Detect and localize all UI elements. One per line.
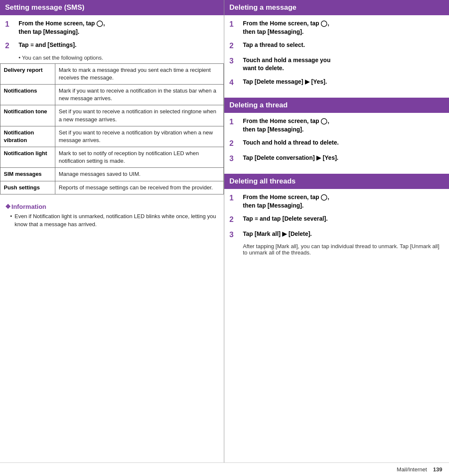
del-all-num-1: 1 [229,193,241,203]
left-column: Setting message (SMS) 1 From the Home sc… [0,0,224,462]
table-key-push: Push settings [0,181,55,194]
del-all-step-3: 3 Tap [Mark all] ▶ [Delete]. [224,228,449,241]
del-all-text-1: From the Home screen, tap ◯,then tap [Me… [243,193,329,210]
del-all-num-2: 2 [229,215,241,224]
table-row-notifications: Notifications Mark if you want to receiv… [0,85,223,105]
table-val-sim: Manage messages saved to UIM. [55,168,223,181]
del-all-sub: After tapping [Mark all], you can tap in… [224,243,449,258]
step-text-1: From the Home screen, tap ◯,then tap [Me… [19,19,105,36]
table-val-push: Reports of message settings can be recei… [55,181,223,194]
table-key-sim: SIM messages [0,168,55,181]
table-row-vibration: Notification vibration Set if you want t… [0,126,223,147]
del-msg-step-4: 4 Tap [Delete message] ▶ [Yes]. [224,76,449,89]
left-step-1: 1 From the Home screen, tap ◯,then tap [… [0,18,224,38]
delete-message-title: Deleting a message [224,0,449,15]
table-row-tone: Notification tone Set if you want to rec… [0,105,223,126]
table-row-light: Notification light Mark to set to notify… [0,147,223,168]
right-column: Deleting a message 1 From the Home scree… [224,0,449,462]
info-bullet-1: Even if Notification light is unmarked, … [5,212,219,229]
del-thr-step-2: 2 Touch and hold a thread to delete. [224,137,449,150]
info-title: Information [5,203,219,211]
table-row-delivery: Delivery report Mark to mark a message t… [0,64,223,85]
del-thr-num-2: 2 [229,139,241,148]
table-key-notifications: Notifications [0,85,55,105]
del-all-text-3: Tap [Mark all] ▶ [Delete]. [243,230,312,238]
footer-label: Mail/Internet [397,466,427,473]
del-thr-num-3: 3 [229,154,241,164]
table-val-tone: Set if you want to receive a notificatio… [55,105,223,126]
section-delete-thread: Deleting a thread 1 From the Home screen… [224,98,449,165]
del-msg-step-2: 2 Tap a thread to select. [224,39,449,52]
del-msg-step-3: 3 Touch and hold a message youwant to de… [224,55,449,74]
del-msg-num-2: 2 [229,41,241,51]
section-delete-all-threads: Deleting all threads 1 From the Home scr… [224,174,449,258]
step-text-2: Tap ≡ and [Settings]. [19,41,76,49]
delete-all-threads-title: Deleting all threads [224,174,449,189]
info-section: Information Even if Notification light i… [0,199,224,234]
del-all-step-2: 2 Tap ≡ and tap [Delete several]. [224,213,449,226]
settings-table: Delivery report Mark to mark a message t… [0,63,224,194]
del-thr-text-1: From the Home screen, tap ◯,then tap [Me… [243,117,329,134]
del-thr-text-2: Touch and hold a thread to delete. [243,139,339,147]
table-val-light: Mark to set to notify of reception by no… [55,147,223,167]
del-thr-step-1: 1 From the Home screen, tap ◯,then tap [… [224,115,449,135]
delete-thread-title: Deleting a thread [224,98,449,113]
step-2-sub: • You can set the following options. [0,55,224,63]
del-msg-text-1: From the Home screen, tap ◯,then tap [Me… [243,19,329,36]
table-row-push: Push settings Reports of message setting… [0,181,223,194]
del-thr-num-1: 1 [229,117,241,127]
left-step-2: 2 Tap ≡ and [Settings]. [0,39,224,52]
left-section-title: Setting message (SMS) [0,0,224,15]
del-all-step-1: 1 From the Home screen, tap ◯,then tap [… [224,191,449,211]
table-row-sim: SIM messages Manage messages saved to UI… [0,168,223,181]
table-key-vibration: Notification vibration [0,126,55,147]
del-msg-num-3: 3 [229,56,241,66]
step-number-2: 2 [5,41,17,51]
table-val-delivery: Mark to mark a message thread you sent e… [55,64,223,84]
table-val-notifications: Mark if you want to receive a notificati… [55,85,223,105]
del-msg-num-1: 1 [229,19,241,29]
del-msg-text-4: Tap [Delete message] ▶ [Yes]. [243,78,327,86]
table-val-vibration: Set if you want to receive a notificatio… [55,126,223,147]
table-key-tone: Notification tone [0,105,55,126]
del-thr-step-3: 3 Tap [Delete conversation] ▶ [Yes]. [224,152,449,165]
del-msg-step-1: 1 From the Home screen, tap ◯,then tap [… [224,18,449,38]
table-key-delivery: Delivery report [0,64,55,84]
del-all-text-2: Tap ≡ and tap [Delete several]. [243,215,328,223]
page-number: 139 [433,466,442,473]
del-msg-num-4: 4 [229,78,241,88]
footer: Mail/Internet 139 [0,462,449,476]
table-key-light: Notification light [0,147,55,167]
del-msg-text-2: Tap a thread to select. [243,41,305,49]
section-delete-message: Deleting a message 1 From the Home scree… [224,0,449,89]
del-all-num-3: 3 [229,230,241,240]
del-thr-text-3: Tap [Delete conversation] ▶ [Yes]. [243,154,338,162]
step-number-1: 1 [5,19,17,29]
del-msg-text-3: Touch and hold a message youwant to dele… [243,56,330,73]
